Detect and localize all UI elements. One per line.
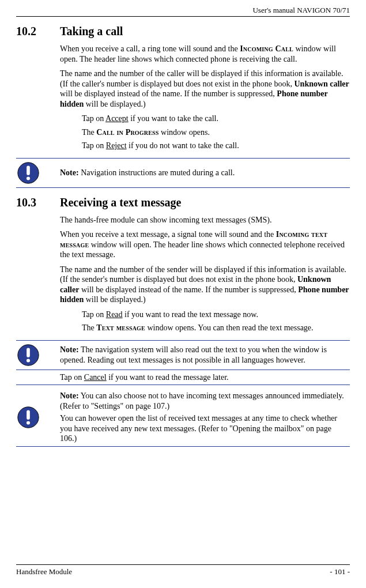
section-taking-a-call: 10.2 Taking a call When you receive a ca… (16, 25, 350, 154)
exclamation-icon (16, 161, 40, 185)
note-text: Note: The navigation system will also re… (60, 345, 350, 365)
svg-rect-1 (27, 165, 30, 175)
reject-action: Reject (106, 141, 127, 150)
section-heading: Receiving a text message (60, 196, 350, 209)
footer-page-number: - 101 - (330, 567, 350, 576)
note-block: Note: You can also choose not to have in… (16, 389, 350, 447)
paragraph: When you receive a text message, a signa… (60, 229, 350, 260)
instruction: The Text message window opens. You can t… (60, 323, 350, 333)
svg-rect-4 (27, 348, 30, 357)
note-block: Note: Navigation instructions are muted … (16, 158, 350, 188)
note-label: Note: (60, 168, 79, 177)
text-message-label: Text message (96, 323, 145, 332)
note-text: Note: You can also choose not to have in… (60, 391, 350, 444)
exclamation-icon (16, 343, 40, 367)
note-block: Note: The navigation system will also re… (16, 340, 350, 370)
note-label: Note: (60, 391, 79, 400)
exclamation-icon (16, 405, 40, 429)
svg-point-5 (27, 359, 30, 362)
cancel-action: Cancel (84, 373, 107, 382)
instruction: Tap on Read if you want to read the text… (60, 310, 350, 320)
section-heading: Taking a call (60, 25, 350, 38)
paragraph: The name and the number of the sender wi… (60, 265, 350, 305)
page-footer: Handsfree Module - 101 - (16, 564, 350, 576)
section-number: 10.3 (16, 196, 60, 337)
svg-point-2 (27, 176, 30, 180)
svg-rect-7 (27, 410, 30, 419)
section-number: 10.2 (16, 25, 60, 154)
footer-section-name: Handsfree Module (16, 567, 72, 576)
accept-action: Accept (105, 114, 129, 123)
call-in-progress-label: Call in Progress (96, 128, 159, 137)
page-content: 10.2 Taking a call When you receive a ca… (16, 17, 350, 564)
paragraph: The hands-free module can show incoming … (60, 215, 350, 225)
incoming-call-label: Incoming Call (240, 44, 293, 53)
manual-title: User's manual NAVIGON 70/71 (252, 6, 350, 14)
unknown-caller-label: Unknown caller (295, 80, 349, 88)
instruction: Tap on Cancel if you want to read the me… (16, 370, 350, 386)
note-icon-container (16, 343, 60, 367)
svg-point-8 (27, 421, 30, 424)
read-action: Read (106, 310, 123, 319)
note-label: Note: (60, 345, 79, 354)
section-receiving-text-message: 10.3 Receiving a text message The hands-… (16, 196, 350, 337)
note-text: Note: Navigation instructions are muted … (60, 168, 350, 178)
instruction: Tap on Accept if you want to take the ca… (60, 114, 350, 124)
note-icon-container (16, 161, 60, 185)
instruction: Tap on Reject if you do not want to take… (60, 141, 350, 151)
paragraph: When you receive a call, a ring tone wil… (60, 44, 350, 64)
paragraph: The name and the number of the caller wi… (60, 69, 350, 109)
note-icon-container (16, 405, 60, 429)
page-header: User's manual NAVIGON 70/71 (16, 6, 350, 17)
instruction: The Call in Progress window opens. (60, 127, 350, 138)
